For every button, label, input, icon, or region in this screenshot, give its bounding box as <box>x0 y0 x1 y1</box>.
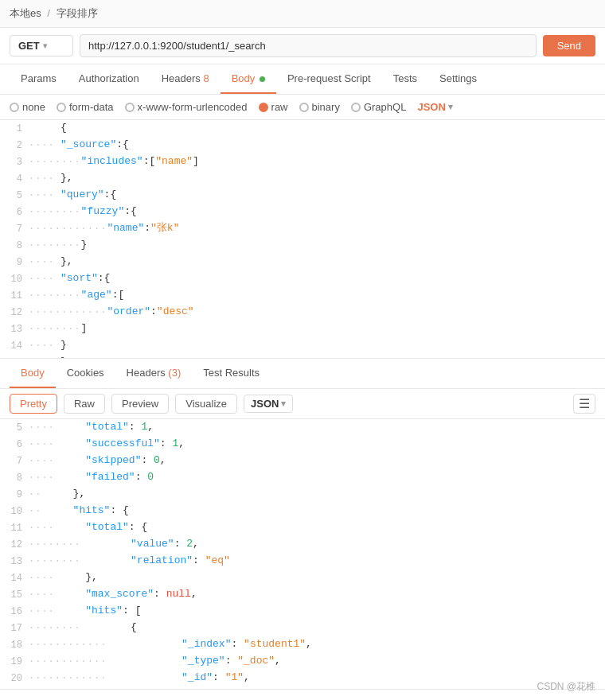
tab-tests[interactable]: Tests <box>382 64 428 94</box>
resp-pretty-btn[interactable]: Pretty <box>10 394 57 414</box>
resp-line-8: 8 ···· "failed": 0 <box>0 469 605 486</box>
radio-form-data-dot <box>57 103 66 112</box>
response-json-select[interactable]: JSON ▾ <box>244 395 293 413</box>
body-type-row: none form-data x-www-form-urlencoded raw… <box>0 95 605 120</box>
breadcrumb-sep: / <box>47 7 50 19</box>
code-line-10: 10 ···· "sort":{ <box>0 270 605 287</box>
resp-visualize-btn[interactable]: Visualize <box>175 394 237 414</box>
breadcrumb-part2: 字段排序 <box>57 7 98 19</box>
response-toolbar: Pretty Raw Preview Visualize JSON ▾ ☰ <box>0 389 605 419</box>
resp-line-6: 6 ···· "successful": 1, <box>0 436 605 453</box>
code-line-6: 6 ········ "fuzzy":{ <box>0 204 605 220</box>
url-bar: GET ▾ Send <box>0 28 605 64</box>
radio-raw-dot <box>259 103 268 112</box>
response-tab-body[interactable]: Body <box>10 359 56 388</box>
response-tab-headers[interactable]: Headers (3) <box>115 359 193 388</box>
url-input[interactable] <box>80 34 537 57</box>
resp-raw-btn[interactable]: Raw <box>64 394 105 414</box>
request-tabs-bar: Params Authorization Headers 8 Body Pre-… <box>0 64 605 95</box>
watermark: CSDN @花椎 <box>537 680 595 690</box>
resp-chevron-icon: ▾ <box>281 399 286 409</box>
resp-line-14: 14 ···· }, <box>0 570 605 586</box>
code-line-8: 8 ········ } <box>0 237 605 254</box>
resp-line-10: 10 ·· "hits": { <box>0 503 605 519</box>
method-label: GET <box>18 40 40 52</box>
code-line-3: 3 ········ "includes":["name"] <box>0 154 605 170</box>
resp-line-20: 20 ············ "_id": "1", <box>0 670 605 686</box>
code-line-11: 11 ········ "age":[ <box>0 287 605 304</box>
resp-line-13: 13 ········ "relation": "eq" <box>0 553 605 570</box>
chevron-down-icon: ▾ <box>43 41 47 50</box>
json-format-label: JSON <box>417 101 445 113</box>
tab-body[interactable]: Body <box>221 64 276 94</box>
tab-prerequest[interactable]: Pre-request Script <box>276 64 382 94</box>
response-body-editor: 5 ···· "total": 1, 6 ···· "successful": … <box>0 419 605 690</box>
resp-line-21: 21 ············ "_score": null, <box>0 686 605 690</box>
method-select[interactable]: GET ▾ <box>10 35 73 56</box>
radio-urlencoded-dot <box>125 103 135 112</box>
radio-graphql[interactable]: GraphQL <box>351 101 406 113</box>
resp-line-19: 19 ············ "_type": "_doc", <box>0 653 605 670</box>
radio-none[interactable]: none <box>10 101 45 113</box>
radio-binary-dot <box>299 103 309 112</box>
code-line-9: 9 ···· }, <box>0 254 605 270</box>
resp-line-18: 18 ············ "_index": "student1", <box>0 636 605 653</box>
code-line-1: 1 { <box>0 120 605 137</box>
radio-raw[interactable]: raw <box>259 101 288 113</box>
code-line-4: 4 ···· }, <box>0 170 605 187</box>
radio-form-data[interactable]: form-data <box>57 101 114 113</box>
resp-preview-btn[interactable]: Preview <box>111 394 169 414</box>
request-body-editor[interactable]: 1 { 2 ···· "_source":{ 3 ········ "inclu… <box>0 120 605 359</box>
breadcrumb-part1[interactable]: 本地es <box>10 7 41 19</box>
response-tab-test-results[interactable]: Test Results <box>192 359 271 388</box>
code-line-2: 2 ···· "_source":{ <box>0 137 605 154</box>
radio-none-dot <box>10 103 19 112</box>
resp-line-12: 12 ········ "value": 2, <box>0 536 605 553</box>
code-line-14: 14 ···· } <box>0 337 605 354</box>
json-chevron-icon: ▾ <box>448 102 453 112</box>
json-format-select[interactable]: JSON ▾ <box>417 101 452 113</box>
resp-line-7: 7 ···· "skipped": 0, <box>0 453 605 469</box>
response-tabs-bar: Body Cookies Headers (3) Test Results <box>0 359 605 389</box>
response-json-label: JSON <box>251 398 279 410</box>
tab-params[interactable]: Params <box>10 64 68 94</box>
tab-headers[interactable]: Headers 8 <box>150 64 221 94</box>
radio-graphql-dot <box>351 103 361 112</box>
radio-urlencoded[interactable]: x-www-form-urlencoded <box>125 101 248 113</box>
resp-line-11: 11 ···· "total": { <box>0 519 605 536</box>
resp-line-17: 17 ········ { <box>0 620 605 636</box>
code-line-7: 7 ············ "name":"张k" <box>0 220 605 237</box>
response-tab-cookies[interactable]: Cookies <box>56 359 115 388</box>
tab-authorization[interactable]: Authorization <box>68 64 150 94</box>
code-line-12: 12 ············ "order":"desc" <box>0 304 605 321</box>
resp-line-9: 9 ·· }, <box>0 486 605 503</box>
tab-settings[interactable]: Settings <box>428 64 488 94</box>
radio-binary[interactable]: binary <box>299 101 340 113</box>
code-line-5: 5 ···· "query":{ <box>0 187 605 204</box>
breadcrumb: 本地es / 字段排序 <box>0 0 605 28</box>
resp-line-15: 15 ···· "max_score": null, <box>0 586 605 603</box>
resp-line-5: 5 ···· "total": 1, <box>0 419 605 436</box>
resp-line-16: 16 ···· "hits": [ <box>0 603 605 620</box>
send-button[interactable]: Send <box>543 35 595 56</box>
format-icon[interactable]: ☰ <box>573 394 595 414</box>
code-line-13: 13 ········ ] <box>0 321 605 337</box>
